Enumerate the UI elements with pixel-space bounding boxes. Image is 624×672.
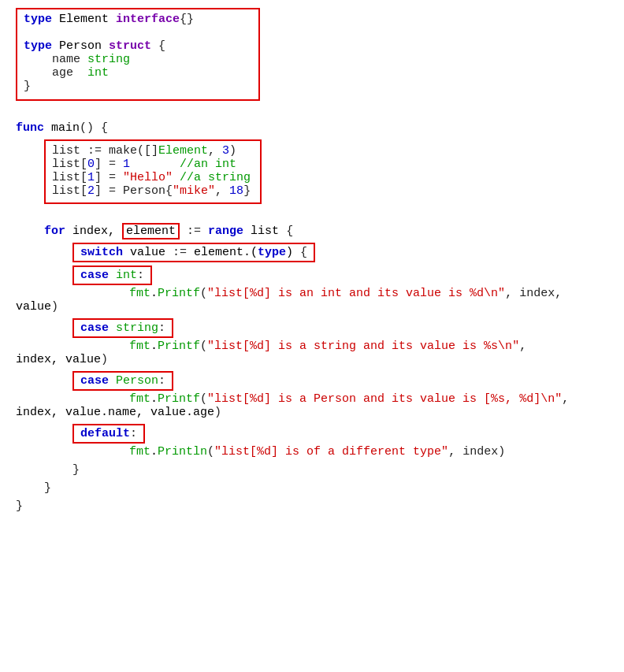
label-case-string: case string:: [80, 321, 165, 335]
line-fmt-default: fmt.Println("list[%d] is of a different …: [129, 445, 608, 459]
line-fmt-person2: index, value.name, value.age): [16, 406, 608, 419]
line-list1: list[1] = "Hello" //a string: [52, 171, 251, 184]
line-close-switch: }: [72, 463, 608, 477]
line-switch: switch value := element.(type) {: [80, 246, 307, 259]
line-name-field: name string: [24, 53, 249, 66]
line-fmt-int: fmt.Printf("list[%d] is an int and its v…: [129, 287, 608, 300]
line-blank1: [24, 26, 249, 39]
line-struct-close: }: [24, 80, 249, 93]
line-age-field: age int: [24, 66, 249, 80]
switch-box: switch value := element.(type) {: [72, 243, 315, 262]
line-fmt-int2: value): [16, 300, 608, 314]
label-default: default:: [80, 427, 137, 440]
line-close-func: }: [16, 499, 608, 513]
line-type-element: type Element interface{}: [24, 13, 249, 26]
line-close-for: }: [44, 481, 608, 495]
list-init-box: list := make([]Element, 3) list[0] = 1 /…: [44, 139, 262, 204]
line-func-main: func main() {: [16, 121, 608, 135]
line-type-person: type Person struct {: [24, 39, 249, 53]
line-list0: list[0] = 1 //an int: [52, 158, 251, 171]
top-type-declarations-box: type Element interface{} type Person str…: [16, 8, 260, 101]
line-fmt-person: fmt.Printf("list[%d] is a Person and its…: [129, 392, 608, 406]
label-case-int: case int:: [80, 269, 144, 282]
case-default-box: default:: [72, 424, 145, 444]
case-string-box: case string:: [72, 318, 173, 338]
code-container: type Element interface{} type Person str…: [16, 8, 608, 513]
case-int-box: case int:: [72, 265, 152, 285]
line-fmt-string: fmt.Printf("list[%d] is a string and its…: [129, 340, 608, 353]
line-fmt-string2: index, value): [16, 353, 608, 366]
label-case-person: case Person:: [80, 374, 165, 388]
line-make: list := make([]Element, 3): [52, 144, 251, 158]
line-list2: list[2] = Person{"mike", 18}: [52, 184, 251, 198]
case-person-box: case Person:: [72, 371, 173, 391]
line-for: for index, element := range list {: [44, 225, 608, 238]
